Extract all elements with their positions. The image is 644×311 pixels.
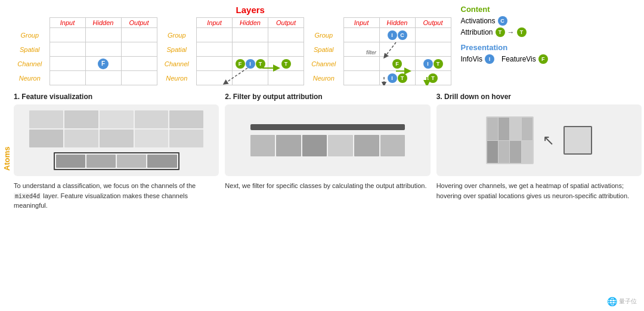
step1-cell bbox=[135, 130, 169, 147]
featurevis-label: FeatureVis bbox=[501, 55, 536, 63]
grid3-row-spatial: Spatial bbox=[308, 42, 343, 57]
step2-cell bbox=[380, 135, 405, 156]
grid2-row-spatial: Spatial bbox=[161, 42, 197, 57]
layers-area: Layers Input Hidden Output bbox=[14, 5, 451, 85]
step1-panel: 1. Feature visualization bbox=[14, 93, 219, 211]
grid3-t-n-out: T bbox=[428, 73, 438, 83]
grid3-container: Input Hidden Output Group bbox=[308, 17, 451, 85]
grid2-container: Input Hidden Output Group bbox=[161, 17, 305, 85]
grid3-channel-output: I T bbox=[415, 57, 451, 71]
activations-badge: C bbox=[498, 16, 507, 26]
grid3-row-neuron: Neuron bbox=[308, 71, 343, 85]
step2-topbar bbox=[250, 124, 405, 130]
step1-cell bbox=[64, 110, 98, 128]
top-section: Layers Input Hidden Output bbox=[14, 5, 642, 85]
step2-panel: 2. Filter by output attribution bbox=[225, 93, 430, 211]
grid3-spatial-hidden bbox=[379, 42, 415, 57]
attribution-arrow: → bbox=[507, 28, 515, 36]
step3-desc: Hovering over channels, we get a heatmap… bbox=[436, 181, 642, 201]
grid2-neuron-input bbox=[197, 71, 233, 85]
grid3-col-hidden: Hidden bbox=[379, 18, 415, 28]
step2-cell bbox=[250, 135, 275, 156]
step3-panel: 3. Drill down on hover bbox=[436, 93, 642, 211]
step2-number: 2. bbox=[225, 93, 231, 101]
grid1-table: Input Hidden Output Group bbox=[14, 17, 157, 85]
step3-bg-cell bbox=[510, 141, 521, 164]
grid1-row-neuron: Neuron bbox=[14, 71, 49, 85]
grid2-neuron-output bbox=[268, 71, 304, 85]
grid2-spatial-hidden bbox=[233, 42, 268, 57]
step3-bg-cell bbox=[487, 141, 498, 164]
attribution-badge-to: T bbox=[517, 27, 527, 37]
grid2-t-badge: T bbox=[256, 59, 265, 69]
grid3-channel-input bbox=[343, 57, 379, 71]
grid3-group-input bbox=[343, 28, 379, 42]
grid1-col-output: Output bbox=[121, 18, 157, 28]
step3-bg-cell bbox=[499, 118, 509, 140]
grid3-spatial-output bbox=[415, 42, 451, 57]
step2-title: 2. Filter by output attribution bbox=[225, 93, 430, 101]
watermark-text: 量子位 bbox=[619, 297, 637, 306]
step2-cell bbox=[276, 135, 301, 156]
grid2-table: Input Hidden Output Group bbox=[161, 17, 305, 85]
step3-number: 3. bbox=[436, 93, 442, 101]
grid1-group-hidden bbox=[85, 28, 121, 42]
watermark-icon: 🌐 bbox=[607, 297, 617, 306]
step2-image bbox=[225, 104, 430, 176]
step1-selection-box bbox=[54, 152, 179, 170]
step2-grid bbox=[250, 135, 405, 156]
step1-cell bbox=[169, 130, 203, 147]
step1-code: mixed4d bbox=[14, 193, 41, 199]
content-panel: Content Activations C Attribution T → T … bbox=[461, 5, 562, 66]
step3-title: 3. Drill down on hover bbox=[436, 93, 642, 101]
step2-cell bbox=[302, 135, 327, 156]
grid2-neuron-hidden bbox=[233, 71, 268, 85]
grid3-neuron-output: T bbox=[415, 71, 451, 85]
step1-cell bbox=[135, 110, 169, 128]
step3-bg-cell bbox=[522, 118, 532, 140]
grid1-row-channel: Channel bbox=[14, 57, 49, 71]
step2-inner bbox=[225, 118, 430, 162]
step3-bg-cell bbox=[522, 141, 532, 164]
grid2-group-hidden bbox=[233, 28, 268, 42]
grid3-t-ch-out: T bbox=[434, 59, 443, 69]
grids-row: Input Hidden Output Group bbox=[14, 17, 451, 85]
step1-cell bbox=[100, 110, 134, 128]
grid2-i-badge: I bbox=[246, 59, 255, 69]
grid2-channel-output: T bbox=[268, 57, 304, 71]
step2-cell bbox=[328, 135, 353, 156]
grid3-i-group-badge: I bbox=[388, 30, 397, 40]
grid3-table: Input Hidden Output Group bbox=[308, 17, 451, 85]
step3-image: ↗ bbox=[436, 104, 642, 176]
grid1-spatial-input bbox=[49, 42, 85, 57]
grid3-col-input: Input bbox=[343, 18, 379, 28]
step1-title: 1. Feature visualization bbox=[14, 93, 219, 101]
layers-title: Layers bbox=[14, 5, 451, 15]
step1-bg-grid bbox=[29, 110, 203, 147]
step1-cell bbox=[64, 130, 98, 147]
step1-cell bbox=[100, 130, 134, 147]
grid2-f-badge: F bbox=[236, 59, 245, 69]
grid3-i-ch-out: I bbox=[423, 59, 433, 69]
grid2-channel-hidden: F I T bbox=[233, 57, 268, 71]
step2-desc: Next, we filter for specific classes by … bbox=[225, 181, 430, 191]
attribution-label: Attribution bbox=[461, 28, 493, 36]
step2-cell bbox=[354, 135, 379, 156]
content-title: Content bbox=[461, 5, 562, 14]
grid2-group-output bbox=[268, 28, 304, 42]
step3-bg-cell bbox=[499, 141, 509, 164]
infovis-row: InfoVis I FeatureVis F bbox=[461, 54, 562, 64]
atoms-label: Atoms bbox=[0, 6, 14, 311]
grid1-neuron-input bbox=[49, 71, 85, 85]
grid2-spatial-output bbox=[268, 42, 304, 57]
grid3-neuron-input bbox=[343, 71, 379, 85]
step1-image bbox=[14, 104, 219, 176]
grid2-row-channel: Channel bbox=[161, 57, 197, 71]
attribution-row: Attribution T → T bbox=[461, 27, 562, 37]
attribution-badge-from: T bbox=[496, 27, 505, 37]
step3-arrow: ↗ bbox=[543, 132, 555, 149]
step1-desc: To understand a classification, we focus… bbox=[14, 181, 219, 211]
step3-bg-cell bbox=[510, 118, 521, 140]
grid2-spatial-input bbox=[197, 42, 233, 57]
watermark: 🌐 量子位 bbox=[607, 297, 637, 306]
